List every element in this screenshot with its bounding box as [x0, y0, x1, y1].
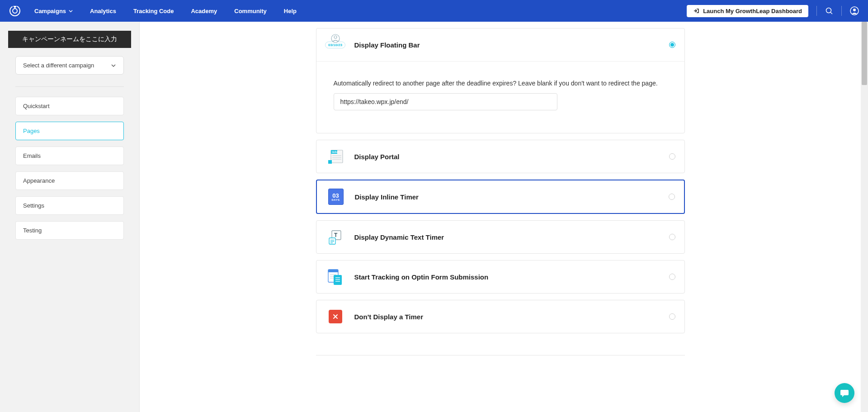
display-option-dynamic-text: T Display Dynamic Text Timer: [316, 220, 685, 254]
radio[interactable]: [669, 153, 675, 160]
nav-label: Community: [234, 8, 267, 14]
search-icon: [825, 7, 833, 15]
sidebar: キャンペーンネームをここに入力 Select a different campa…: [0, 22, 140, 412]
redirect-url-input[interactable]: [334, 93, 557, 110]
radio[interactable]: [669, 313, 675, 320]
display-option-inline-timer: 03 DAYS Display Inline Timer: [316, 180, 685, 214]
close-x-icon: [329, 310, 342, 323]
nav-label: Help: [284, 8, 297, 14]
svg-text:Hello!: Hello!: [332, 151, 338, 153]
sidebar-item-label: Quickstart: [23, 103, 50, 109]
svg-point-2: [826, 8, 831, 13]
radio[interactable]: [669, 194, 675, 200]
nav-tracking-code[interactable]: Tracking Code: [133, 8, 174, 14]
option-header-dynamic-text[interactable]: T Display Dynamic Text Timer: [316, 221, 684, 253]
nav-label: Campaigns: [34, 8, 66, 14]
sidebar-item-quickstart[interactable]: Quickstart: [15, 97, 124, 115]
campaign-switcher[interactable]: Select a different campaign: [15, 56, 124, 75]
floating-bar-date: 03/10/23: [328, 43, 342, 47]
nav-analytics[interactable]: Analytics: [90, 8, 116, 14]
nav-academy[interactable]: Academy: [191, 8, 217, 14]
divider: [816, 6, 817, 16]
calendar-days-icon: 03 DAYS: [328, 189, 344, 205]
display-option-none: Don't Display a Timer: [316, 300, 685, 333]
person-icon: [331, 34, 340, 43]
svg-rect-14: [328, 160, 332, 164]
nav-community[interactable]: Community: [234, 8, 267, 14]
option-title: Start Tracking on Optin Form Submission: [354, 273, 660, 281]
scrollbar-thumb[interactable]: [862, 22, 867, 85]
svg-line-3: [830, 12, 832, 14]
svg-rect-26: [334, 275, 342, 285]
sidebar-item-label: Appearance: [23, 177, 55, 184]
no-timer-icon-wrap: [326, 307, 345, 327]
campaign-name-input[interactable]: キャンペーンネームをここに入力: [8, 31, 131, 48]
option-header-floating-bar[interactable]: 03/10/23 Display Floating Bar: [316, 28, 684, 61]
floating-bar-icon: 03/10/23: [326, 35, 345, 55]
launch-dashboard-button[interactable]: Launch My GrowthLeap Dashboard: [687, 5, 808, 17]
option-title: Display Portal: [354, 153, 660, 161]
divider: [841, 6, 842, 16]
user-circle-icon: [850, 6, 859, 15]
option-header-portal[interactable]: Hello! Display Portal: [316, 140, 684, 173]
radio[interactable]: [669, 234, 675, 240]
portal-icon: Hello!: [326, 147, 345, 166]
svg-point-1: [13, 9, 17, 13]
divider: [316, 355, 685, 355]
form-tracking-icon: [326, 267, 345, 287]
campaign-name-placeholder: キャンペーンネームをここに入力: [22, 35, 117, 43]
sidebar-item-label: Emails: [23, 152, 41, 159]
sidebar-item-label: Testing: [23, 227, 42, 234]
chevron-down-icon: [69, 9, 73, 13]
option-header-none[interactable]: Don't Display a Timer: [316, 300, 684, 333]
option-title: Display Dynamic Text Timer: [354, 233, 660, 241]
sidebar-item-emails[interactable]: Emails: [15, 147, 124, 165]
floating-bar-settings: Automatically redirect to another page a…: [316, 61, 684, 133]
dynamic-text-icon: T: [326, 227, 345, 247]
help-chat-button[interactable]: [835, 383, 854, 403]
radio[interactable]: [669, 274, 675, 280]
option-header-inline-timer[interactable]: 03 DAYS Display Inline Timer: [317, 180, 684, 213]
campaign-select-label: Select a different campaign: [23, 62, 94, 69]
inline-timer-icon-wrap: 03 DAYS: [326, 187, 346, 207]
redirect-prompt-text: Automatically redirect to another page a…: [334, 80, 667, 87]
sidebar-item-pages[interactable]: Pages: [15, 122, 124, 140]
svg-rect-22: [328, 270, 338, 272]
sidebar-item-label: Pages: [23, 128, 40, 134]
sidebar-item-appearance[interactable]: Appearance: [15, 171, 124, 190]
scrollbar[interactable]: [861, 22, 868, 412]
option-header-tracking[interactable]: Start Tracking on Optin Form Submission: [316, 260, 684, 293]
nav-campaigns[interactable]: Campaigns: [34, 8, 73, 14]
sidebar-item-testing[interactable]: Testing: [15, 221, 124, 240]
brand-logo[interactable]: [9, 5, 21, 17]
search-button[interactable]: [825, 7, 833, 15]
launch-label: Launch My GrowthLeap Dashboard: [703, 8, 802, 14]
svg-rect-17: [329, 238, 335, 244]
sidebar-item-settings[interactable]: Settings: [15, 196, 124, 215]
nav-label: Tracking Code: [133, 8, 174, 14]
display-option-floating-bar: 03/10/23 Display Floating Bar: [316, 28, 685, 133]
nav-help[interactable]: Help: [284, 8, 297, 14]
display-option-tracking: Start Tracking on Optin Form Submission: [316, 260, 685, 294]
nav-label: Analytics: [90, 8, 116, 14]
timer-icon-number: 03: [332, 193, 339, 199]
primary-nav: Campaigns Analytics Tracking Code Academ…: [34, 8, 687, 14]
timer-icon-label: DAYS: [331, 199, 340, 201]
radio-selected[interactable]: [669, 42, 675, 48]
chevron-down-icon: [111, 63, 116, 68]
svg-point-5: [853, 9, 856, 11]
launch-icon: [693, 8, 699, 14]
account-button[interactable]: [850, 6, 859, 15]
sidebar-nav: Quickstart Pages Emails Appearance Setti…: [8, 97, 131, 240]
svg-text:T: T: [334, 232, 338, 238]
main-content: 03/10/23 Display Floating Bar: [140, 22, 861, 412]
option-title: Don't Display a Timer: [354, 313, 660, 321]
nav-right-tools: Launch My GrowthLeap Dashboard: [687, 5, 859, 17]
sidebar-item-label: Settings: [23, 202, 44, 209]
divider: [15, 86, 124, 87]
logo-icon: [9, 5, 21, 17]
top-navbar: Campaigns Analytics Tracking Code Academ…: [0, 0, 868, 22]
display-option-portal: Hello! Display Portal: [316, 140, 685, 173]
option-title: Display Floating Bar: [354, 41, 660, 49]
chat-icon: [840, 388, 849, 398]
